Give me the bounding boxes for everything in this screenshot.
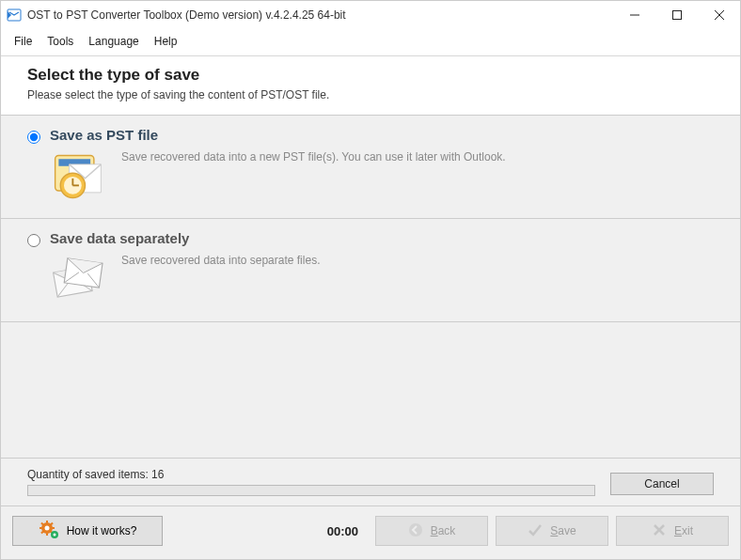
option-sep-desc: Save recovered data into separate files. [121,252,320,267]
app-icon [7,8,22,23]
how-it-works-label: How it works? [67,524,137,537]
svg-point-14 [44,525,49,530]
close-button[interactable] [698,1,740,29]
svg-rect-18 [52,527,55,529]
window-controls [613,1,740,29]
minimize-button[interactable] [613,1,655,29]
svg-rect-16 [46,533,48,536]
svg-rect-2 [672,11,681,20]
gear-icon [39,521,59,542]
exit-button[interactable]: Exit [616,516,729,546]
option-save-separately[interactable]: Save data separately [1,219,740,322]
save-button[interactable]: Save [496,516,608,546]
envelopes-icon [50,252,106,308]
svg-rect-17 [39,527,42,529]
menu-help[interactable]: Help [149,33,183,50]
outlook-pst-icon [50,148,106,205]
maximize-button[interactable] [655,1,698,29]
progress-section: Quantity of saved items: 16 Cancel [1,459,740,506]
exit-icon [652,522,667,540]
menu-tools[interactable]: Tools [41,33,79,50]
option-pst-desc: Save recovered data into a new PST file(… [121,148,506,163]
option-sep-title: Save data separately [50,230,714,246]
menu-language[interactable]: Language [83,33,144,50]
page-header: Select the type of save Please select th… [1,56,740,115]
how-it-works-button[interactable]: How it works? [12,516,163,546]
menubar: File Tools Language Help [1,29,740,56]
back-button[interactable]: Back [375,516,488,546]
timer: 00:00 [327,524,358,538]
progress-bar [27,485,595,496]
svg-rect-15 [46,521,48,523]
window-title: OST to PST Converter Toolbox (Demo versi… [27,8,613,22]
svg-point-24 [53,533,55,536]
options-area: Save as PST file Save recovered data int… [1,115,740,506]
radio-save-as-pst[interactable] [27,131,40,144]
progress-label: Quantity of saved items: 16 [27,468,595,481]
cancel-button[interactable]: Cancel [610,473,714,495]
checkmark-icon [528,522,543,540]
option-save-as-pst[interactable]: Save as PST file Save recovered data int… [1,116,740,219]
page-title: Select the type of save [27,66,714,85]
option-pst-title: Save as PST file [50,127,714,143]
radio-save-separately[interactable] [27,234,40,247]
footer: How it works? 00:00 Back Save Exit [1,506,740,559]
page-subtitle: Please select the type of saving the con… [27,88,714,101]
menu-file[interactable]: File [8,33,38,50]
empty-section [1,322,740,459]
svg-point-25 [409,523,422,537]
arrow-left-icon [408,522,423,540]
titlebar: OST to PST Converter Toolbox (Demo versi… [1,1,740,29]
